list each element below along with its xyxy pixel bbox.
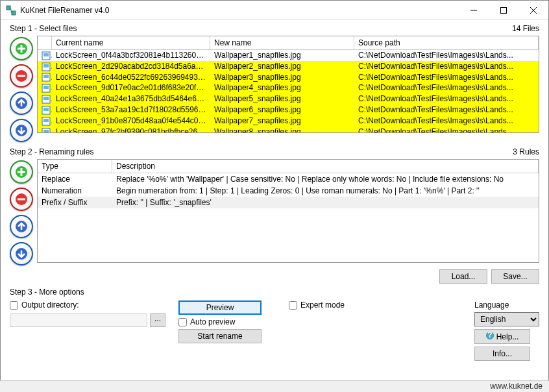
auto-preview-label: Auto preview [190, 317, 235, 326]
output-directory-label: Output directory: [21, 300, 79, 310]
file-icon [38, 127, 52, 133]
svg-rect-8 [43, 53, 49, 56]
window-title: KuKnet FileRenamer v4.0 [20, 6, 459, 15]
add-files-button[interactable] [10, 37, 33, 60]
auto-preview-check[interactable]: Auto preview [178, 317, 276, 326]
add-rule-button[interactable] [10, 160, 33, 184]
source-path-cell: C:\NetDownload\TestFiles\Images\ls\Lands… [354, 116, 539, 127]
table-row[interactable]: LockScreen_40a24e1a3675db3d5464e628...Wa… [38, 93, 539, 104]
rule-desc-cell: Begin numeration from: 1 | Step: 1 | Lea… [112, 185, 539, 197]
rule-desc-cell: Prefix: '' | Suffix: '_snapfiles' [112, 197, 539, 208]
source-path-cell: C:\NetDownload\TestFiles\Images\ls\Lands… [354, 50, 539, 61]
table-row[interactable]: LockScreen_2d290acabd2cd3184d5a6a31...Wa… [38, 61, 539, 72]
svg-rect-1 [12, 11, 16, 15]
svg-rect-14 [43, 86, 49, 89]
help-icon: ? [486, 332, 494, 341]
step2-title: Step 2 - Renaming rules [10, 147, 93, 156]
expert-mode-check[interactable]: Expert mode [289, 300, 461, 310]
svg-rect-10 [43, 64, 49, 67]
new-name-cell: Wallpaper6_snapfiles.jpg [210, 104, 354, 116]
source-path-cell: C:\NetDownload\TestFiles\Images\ls\Lands… [354, 61, 539, 72]
new-name-cell: Wallpaper2_snapfiles.jpg [210, 61, 354, 72]
table-row[interactable]: LockScreen_97fc2bf9390c081bdbfbce267...W… [38, 127, 539, 133]
new-name-cell: Wallpaper8_snapfiles.jpg [210, 127, 354, 133]
expert-mode-label: Expert mode [300, 300, 345, 310]
new-name-cell: Wallpaper5_snapfiles.jpg [210, 93, 354, 104]
table-row[interactable]: LockScreen_91b0e8705d48aa0f4e544c08...Wa… [38, 116, 539, 127]
source-path-cell: C:\NetDownload\TestFiles\Images\ls\Lands… [354, 82, 539, 93]
current-name-cell: LockScreen_40a24e1a3675db3d5464e628... [52, 93, 210, 104]
table-row[interactable]: LockScreen_0f44a3bcf32081e4b11326045...W… [38, 50, 539, 61]
rule-row[interactable]: NumerationBegin numeration from: 1 | Ste… [38, 185, 539, 197]
step3-header: Step 3 - More options [10, 288, 539, 297]
output-directory-checkbox[interactable] [10, 301, 18, 310]
current-name-cell: LockScreen_91b0e8705d48aa0f4e544c08... [52, 116, 210, 127]
move-down-rule-button[interactable] [10, 242, 33, 265]
browse-button[interactable]: ... [150, 313, 165, 327]
rule-row[interactable]: ReplaceReplace '%o%' with 'Wallpaper' | … [38, 173, 539, 185]
new-name-cell: Wallpaper4_snapfiles.jpg [210, 82, 354, 93]
maximize-button[interactable] [489, 1, 518, 20]
current-name-cell: LockScreen_97fc2bf9390c081bdbfbce267... [52, 127, 210, 133]
new-name-cell: Wallpaper3_snapfiles.jpg [210, 72, 354, 83]
remove-rule-button[interactable] [10, 188, 33, 211]
col-new-header[interactable]: New name [210, 36, 354, 49]
col-desc-header[interactable]: Description [112, 160, 539, 173]
source-path-cell: C:\NetDownload\TestFiles\Images\ls\Lands… [354, 104, 539, 116]
move-down-files-button[interactable] [10, 119, 33, 142]
rules-grid[interactable]: Type Description ReplaceReplace '%o%' wi… [37, 159, 539, 263]
step2-count: 3 Rules [513, 147, 539, 156]
file-icon [38, 104, 52, 116]
move-up-files-button[interactable] [10, 92, 33, 115]
titlebar: KuKnet FileRenamer v4.0 [1, 1, 548, 20]
help-button[interactable]: ? Help... [474, 329, 530, 344]
close-button[interactable] [518, 1, 548, 20]
load-button[interactable]: Load... [439, 269, 487, 284]
col-source-header[interactable]: Source path [354, 36, 539, 49]
files-grid[interactable]: Current name New name Source path LockSc… [37, 36, 539, 133]
step1-header: Step 1 - Select files 14 Files [10, 24, 539, 33]
remove-files-button[interactable] [10, 64, 33, 88]
rule-type-cell: Prefix / Suffix [38, 197, 112, 208]
file-icon [38, 116, 52, 127]
rule-type-cell: Replace [38, 173, 112, 185]
save-button[interactable]: Save... [491, 269, 539, 284]
table-row[interactable]: LockScreen_53a7aa19c1d7f18028d5596c...Wa… [38, 104, 539, 116]
new-name-cell: Wallpaper7_snapfiles.jpg [210, 116, 354, 127]
move-up-rule-button[interactable] [10, 215, 33, 238]
svg-rect-12 [43, 75, 49, 78]
file-icon [38, 50, 52, 61]
col-icon-header[interactable] [38, 36, 52, 49]
auto-preview-checkbox[interactable] [178, 318, 187, 326]
file-icon [38, 61, 52, 72]
step1-title: Step 1 - Select files [10, 24, 77, 33]
step2-header: Step 2 - Renaming rules 3 Rules [10, 147, 539, 156]
preview-button[interactable]: Preview [178, 300, 262, 315]
status-link[interactable]: www.kuknet.de [490, 382, 543, 391]
file-icon [38, 72, 52, 83]
info-button[interactable]: Info... [474, 347, 530, 361]
rule-row[interactable]: Prefix / SuffixPrefix: '' | Suffix: '_sn… [38, 197, 539, 208]
current-name-cell: LockScreen_2d290acabd2cd3184d5a6a31... [52, 61, 210, 72]
current-name-cell: LockScreen_53a7aa19c1d7f18028d5596c... [52, 104, 210, 116]
svg-rect-22 [43, 130, 49, 133]
output-directory-check[interactable]: Output directory: [10, 300, 165, 310]
file-icon [38, 93, 52, 104]
start-rename-button[interactable]: Start rename [178, 329, 262, 343]
expert-mode-checkbox[interactable] [289, 301, 297, 310]
current-name-cell: LockScreen_6c44de0522fc692639694938... [52, 72, 210, 83]
source-path-cell: C:\NetDownload\TestFiles\Images\ls\Lands… [354, 127, 539, 133]
rule-type-cell: Numeration [38, 185, 112, 197]
col-type-header[interactable]: Type [38, 160, 112, 173]
col-current-header[interactable]: Current name [52, 36, 210, 49]
svg-rect-0 [6, 6, 10, 10]
language-select[interactable]: English [474, 312, 539, 326]
source-path-cell: C:\NetDownload\TestFiles\Images\ls\Lands… [354, 93, 539, 104]
current-name-cell: LockScreen_9d017e0ac2e01d6f683e20fbe... [52, 82, 210, 93]
table-row[interactable]: LockScreen_6c44de0522fc692639694938...Wa… [38, 72, 539, 83]
output-directory-input[interactable] [10, 313, 147, 327]
step3-title: Step 3 - More options [10, 288, 84, 297]
table-row[interactable]: LockScreen_9d017e0ac2e01d6f683e20fbe...W… [38, 82, 539, 93]
minimize-button[interactable] [459, 1, 489, 20]
svg-rect-20 [43, 119, 49, 122]
